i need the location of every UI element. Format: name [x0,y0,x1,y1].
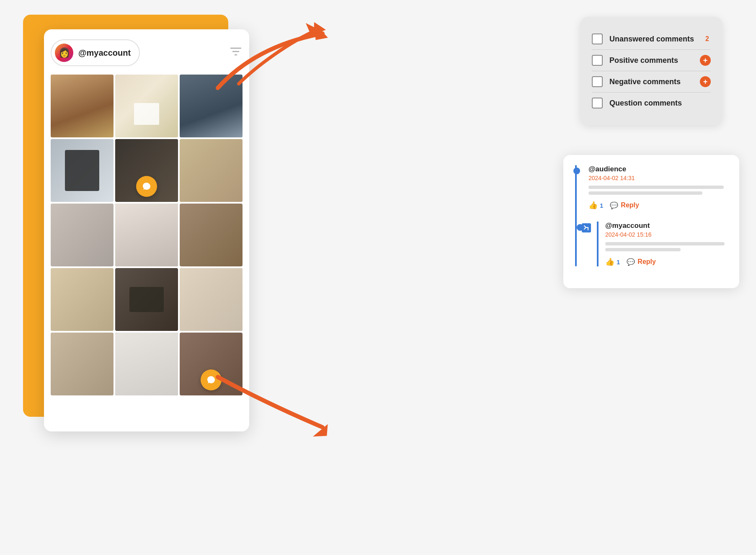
thread-container: @audience 2024-04-02 14:31 👍 1 💬 Reply [572,165,731,266]
account-username: @myaccount [78,48,131,58]
like-button-2[interactable]: 👍 1 [605,257,620,266]
grid-cell-10 [51,268,114,331]
reply-bubble-icon: 💬 [610,201,618,209]
comment-text-1 [588,186,731,195]
filter-label-unanswered: Unanswered comments [609,35,699,44]
filter-checkbox-positive[interactable] [592,55,603,66]
text-line [588,186,724,189]
comment-username-2: @myaccount [605,222,731,230]
filter-label-positive: Positive comments [609,56,693,65]
comment-actions-1: 👍 1 💬 Reply [588,201,731,210]
image-grid [51,75,243,395]
grid-cell-5 [115,139,178,202]
filter-panel: Unanswered comments 2 Positive comments … [580,17,722,125]
like-icon: 👍 [588,201,598,210]
avatar-emoji: 👩 [59,47,70,58]
reply-button-2[interactable]: 💬 Reply [627,258,656,266]
filter-plus-positive: + [700,55,711,66]
grid-cell-11 [115,268,178,331]
reply-label-1: Reply [621,201,639,209]
arrow-bottom-v2 [205,369,339,444]
comment-username-1: @audience [588,165,731,173]
filter-checkbox-unanswered[interactable] [592,34,603,44]
comment-text-2 [605,242,731,251]
arrow-top-v2 [205,13,339,96]
text-line [605,242,725,245]
thread-line [575,165,577,266]
filter-badge-unanswered: 2 [705,35,709,43]
comment-bubble-1 [136,176,157,197]
reply-indicator [582,223,591,232]
filter-label-question: Question comments [609,99,711,108]
grid-cell-2 [115,75,178,137]
filter-label-negative: Negative comments [609,77,693,86]
grid-cell-1 [51,75,114,137]
grid-cell-8 [115,204,178,266]
reply-bubble-icon-2: 💬 [627,258,635,266]
grid-cell-9 [180,204,243,266]
filter-item-question[interactable]: Question comments [592,93,711,114]
grid-cell-14 [115,333,178,395]
comments-panel: @audience 2024-04-02 14:31 👍 1 💬 Reply [563,155,739,288]
grid-cell-6 [180,139,243,202]
filter-item-positive[interactable]: Positive comments + [592,50,711,71]
like-button-1[interactable]: 👍 1 [588,201,603,210]
comment-timestamp-1: 2024-04-02 14:31 [588,175,731,181]
filter-item-negative[interactable]: Negative comments + [592,71,711,93]
like-count-1: 1 [600,202,603,209]
text-line [588,191,702,195]
grid-cell-12 [180,268,243,331]
comment-timestamp-2: 2024-04-02 15:16 [605,231,731,238]
like-count-2: 1 [617,258,620,266]
comment-dot-1 [573,168,580,174]
comment-entry-1: @audience 2024-04-02 14:31 👍 1 💬 Reply [588,165,731,210]
grid-cell-4 [51,139,114,202]
reply-button-1[interactable]: 💬 Reply [610,201,639,209]
reply-label-2: Reply [637,258,656,266]
filter-checkbox-negative[interactable] [592,76,603,87]
like-icon-2: 👍 [605,257,614,266]
account-pill[interactable]: 👩 @myaccount [51,39,140,66]
grid-cell-13 [51,333,114,395]
comment-actions-2: 👍 1 💬 Reply [605,257,731,266]
filter-checkbox-question[interactable] [592,98,603,108]
avatar: 👩 [55,44,73,62]
filter-item-unanswered[interactable]: Unanswered comments 2 [592,28,711,50]
grid-cell-7 [51,204,114,266]
text-line [605,248,681,251]
filter-plus-negative: + [700,76,711,87]
comment-entry-2: @myaccount 2024-04-02 15:16 👍 1 💬 Reply [597,222,731,266]
